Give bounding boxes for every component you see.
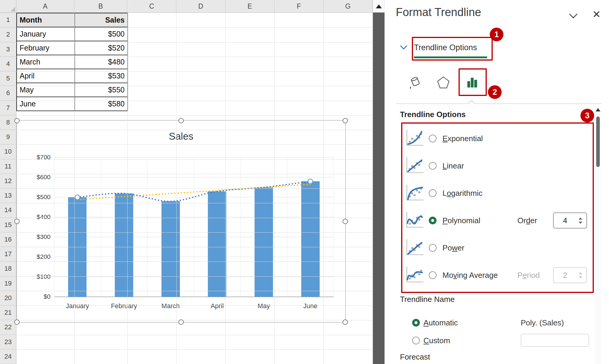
chart-selection-handle[interactable] (14, 219, 20, 224)
row-header-3[interactable]: 3 (0, 42, 16, 57)
cell[interactable]: Month (17, 13, 75, 27)
row-header-2[interactable]: 2 (0, 27, 16, 42)
pane-scrollbar[interactable] (595, 106, 601, 364)
chart-selection-handle[interactable] (14, 319, 20, 325)
chart-selection-handle[interactable] (343, 219, 348, 224)
cell[interactable]: February (17, 41, 75, 55)
grid-line (16, 203, 373, 203)
effects-tab[interactable] (434, 73, 453, 92)
row-header-17[interactable]: 17 (0, 247, 16, 261)
sheet-vertical-scrollbar[interactable] (373, 0, 384, 364)
cell[interactable]: $500 (75, 27, 128, 41)
row-header-11[interactable]: 11 (0, 159, 16, 174)
chart-selection-handle[interactable] (343, 118, 348, 123)
grid-line (16, 276, 373, 277)
grid-line (16, 130, 373, 130)
trendline-polynomial[interactable] (77, 181, 310, 201)
trendline-endpoint-handle[interactable] (308, 179, 313, 184)
row-header-8[interactable]: 8 (0, 115, 16, 130)
x-axis-label: June (288, 302, 333, 310)
row-header-12[interactable]: 12 (0, 174, 16, 188)
row-header-23[interactable]: 23 (0, 335, 16, 349)
row-header-1[interactable]: 1 (0, 13, 16, 27)
row-header-10[interactable]: 10 (0, 144, 16, 159)
grid-line (16, 305, 373, 306)
cell[interactable]: May (17, 83, 75, 97)
table-row: February$520 (17, 41, 128, 55)
trendline-secondary[interactable] (77, 184, 310, 200)
table-row: June$580 (17, 97, 128, 111)
column-header-f[interactable]: F (274, 0, 324, 13)
scroll-up-button[interactable] (373, 0, 385, 12)
cell[interactable]: June (17, 97, 75, 111)
trendline-endpoint-handle[interactable] (75, 195, 80, 200)
x-axis-label: February (102, 302, 146, 310)
row-header-16[interactable]: 16 (0, 232, 16, 247)
chart-selection-handle[interactable] (178, 118, 184, 123)
column-header-c[interactable]: C (127, 0, 176, 13)
forecast-header: Forecast (400, 352, 430, 362)
row-header-24[interactable]: 24 (0, 349, 16, 364)
custom-name-input[interactable] (521, 334, 589, 347)
select-all-corner[interactable] (0, 0, 16, 13)
chart-object[interactable]: Sales $0$100$200$300$400$500$600$700Janu… (16, 120, 346, 323)
collapse-pane-button[interactable] (567, 9, 580, 22)
row-header-20[interactable]: 20 (0, 291, 16, 305)
table-row: March$480 (17, 55, 128, 69)
grid-line (16, 174, 373, 174)
row-header-21[interactable]: 21 (0, 305, 16, 320)
table-header-row: MonthSales (17, 13, 128, 27)
grid-line (16, 218, 373, 218)
row-header-15[interactable]: 15 (0, 218, 16, 232)
annotation-box-3 (401, 122, 594, 293)
cell[interactable]: $520 (75, 41, 128, 55)
section-chevron-down-icon[interactable] (400, 42, 407, 49)
y-axis-tick-label: $600 (27, 174, 51, 181)
annotation-badge-3: 3 (580, 109, 594, 122)
pane-scrollbar-thumb[interactable] (596, 116, 600, 167)
cell[interactable]: $480 (75, 55, 128, 69)
cell[interactable]: $580 (75, 97, 128, 111)
close-pane-button[interactable]: ✕ (590, 8, 603, 21)
name-option-automatic: Automatic (423, 315, 458, 330)
row-header-14[interactable]: 14 (0, 203, 16, 218)
row-header-7[interactable]: 7 (0, 101, 16, 115)
cell[interactable]: Sales (75, 13, 128, 27)
chart-selection-handle[interactable] (14, 118, 20, 123)
cell[interactable]: March (17, 55, 75, 69)
annotation-box-1 (412, 37, 493, 61)
automatic-name-value: Poly. (Sales) (521, 315, 564, 330)
pentagon-icon (435, 75, 451, 91)
column-header-a[interactable]: A (16, 0, 74, 13)
fill-line-tab[interactable] (406, 73, 425, 92)
column-header-e[interactable]: E (225, 0, 274, 13)
row-header-6[interactable]: 6 (0, 86, 16, 100)
chart-selection-handle[interactable] (178, 319, 184, 325)
annotation-badge-2: 2 (488, 85, 502, 99)
row-header-18[interactable]: 18 (0, 261, 16, 276)
chart-title[interactable]: Sales (17, 131, 345, 142)
column-header-d[interactable]: D (176, 0, 225, 13)
pane-scroll-up-icon[interactable] (596, 108, 600, 111)
grid-line (16, 42, 373, 42)
annotation-box-2 (459, 68, 487, 96)
cell[interactable]: $550 (75, 83, 128, 97)
row-header-22[interactable]: 22 (0, 320, 16, 335)
row-header-4[interactable]: 4 (0, 57, 16, 71)
row-header-5[interactable]: 5 (0, 71, 16, 86)
row-header-19[interactable]: 19 (0, 276, 16, 291)
grid-line (16, 57, 373, 57)
column-header-b[interactable]: B (74, 0, 127, 13)
radio-automatic[interactable] (412, 319, 420, 327)
cell[interactable]: January (17, 27, 75, 41)
column-header-g[interactable]: G (324, 0, 373, 13)
chart-selection-handle[interactable] (343, 319, 348, 325)
grid-line (16, 71, 373, 72)
row-header-13[interactable]: 13 (0, 188, 16, 203)
x-axis-label: March (148, 302, 193, 310)
scrollbar-thumb[interactable] (373, 12, 385, 364)
grid-line (16, 101, 373, 101)
radio-custom[interactable] (412, 337, 420, 344)
row-header-9[interactable]: 9 (0, 130, 16, 144)
y-axis-tick-label: $500 (27, 193, 51, 201)
